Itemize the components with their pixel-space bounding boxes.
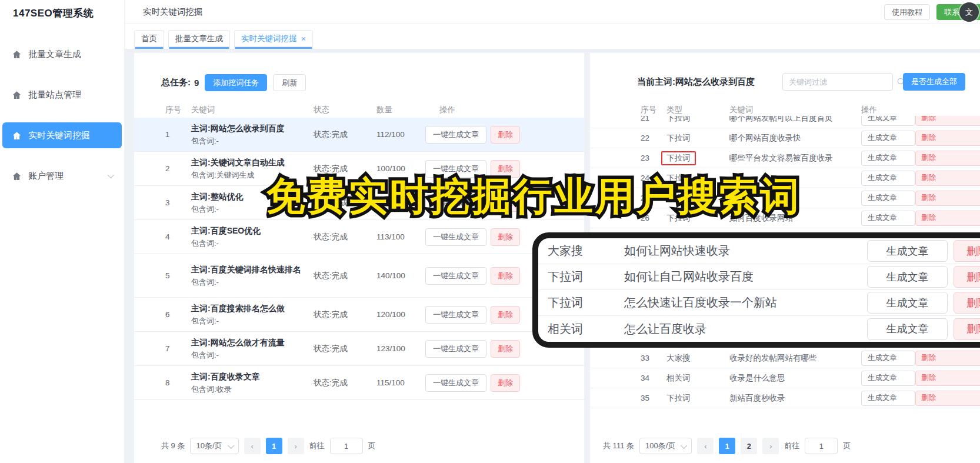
generate-article-button[interactable]: 生成文章 — [867, 240, 948, 262]
keyword-row[interactable]: 33大家搜收录好的发帖网站有哪些生成文章删除 — [590, 348, 980, 368]
delete-cell: 删除 — [915, 351, 980, 366]
keyword-row[interactable]: 34相关词收录是什么意思生成文章删除 — [590, 368, 980, 388]
delete-button[interactable]: 删除 — [915, 351, 980, 366]
tab-keyword-mining[interactable]: 实时关键词挖掘× — [234, 30, 313, 47]
delete-button[interactable]: 删除 — [915, 211, 980, 226]
delete-button[interactable]: 删除 — [491, 306, 520, 324]
sidebar-item-site-mgmt[interactable]: 批量站点管理 — [2, 82, 122, 108]
pager-prev[interactable]: ‹ — [697, 438, 714, 454]
generate-cell: 生成文章 — [861, 151, 915, 166]
delete-button[interactable]: 删除 — [915, 131, 980, 146]
generate-article-button[interactable]: 生成文章 — [861, 211, 915, 226]
delete-button[interactable]: 删除 — [954, 240, 980, 262]
generate-article-button[interactable]: 一键生成文章 — [425, 306, 486, 324]
generate-cell: 生成文章 — [861, 211, 915, 226]
generate-article-button[interactable]: 生成文章 — [861, 151, 915, 166]
task-include-words: 包含词:- — [191, 238, 308, 249]
refresh-button[interactable]: 刷新 — [273, 74, 306, 91]
generate-article-button[interactable]: 生成文章 — [867, 318, 948, 340]
generate-article-button[interactable]: 一键生成文章 — [425, 228, 486, 246]
generate-article-button[interactable]: 生成文章 — [861, 371, 915, 386]
delete-button[interactable]: 删除 — [915, 116, 980, 126]
delete-button[interactable]: 删除 — [491, 340, 520, 358]
keywords-table-header: 序号类型关键词操作 — [590, 105, 980, 115]
generate-article-button[interactable]: 生成文章 — [861, 351, 915, 366]
task-row[interactable]: 1主词:网站怎么收录到百度包含词:-状态:完成112/100一键生成文章删除 — [134, 118, 584, 152]
delete-button[interactable]: 删除 — [915, 191, 980, 206]
pager-page-1[interactable]: 1 — [266, 438, 282, 454]
delete-cell: 删除 — [915, 191, 980, 206]
delete-button[interactable]: 删除 — [954, 266, 980, 288]
task-include-words: 包含词:- — [191, 136, 308, 146]
task-include-words: 包含词:收录 — [191, 384, 308, 395]
pager-page-1[interactable]: 1 — [719, 438, 735, 454]
delete-button[interactable]: 删除 — [915, 171, 980, 186]
delete-cell: 删除 — [915, 371, 980, 386]
generate-article-button[interactable]: 生成文章 — [861, 191, 915, 206]
task-status: 状态:完成 — [314, 378, 376, 388]
keyword-row[interactable]: 23下拉词哪些平台发文容易被百度收录生成文章删除 — [590, 148, 980, 168]
generate-cell: 生成文章 — [861, 391, 915, 406]
tab-article-gen[interactable]: 批量文章生成 — [168, 30, 230, 47]
task-row[interactable]: 5主词:百度关键词排名快速排名包含词:-状态:完成140/100一键生成文章删除 — [134, 254, 584, 298]
add-task-button[interactable]: 添加挖词任务 — [205, 74, 267, 91]
delete-button[interactable]: 删除 — [915, 391, 980, 406]
keyword-type-cell: 下拉词 — [666, 116, 729, 124]
task-row[interactable]: 7主词:网站怎么做才有流量包含词:-状态:完成123/100一键生成文章删除 — [134, 332, 584, 366]
delete-button[interactable]: 删除 — [491, 267, 520, 285]
page-size-select[interactable]: 100条/页 — [639, 438, 692, 454]
task-main-keyword: 主词:百度搜索排名怎么做 — [191, 302, 308, 314]
generate-article-button[interactable]: 生成文章 — [861, 171, 915, 186]
generate-article-button[interactable]: 生成文章 — [861, 391, 915, 406]
close-icon[interactable]: × — [301, 34, 306, 43]
goto-page-input[interactable] — [330, 438, 363, 454]
generate-article-button[interactable]: 一键生成文章 — [425, 340, 486, 358]
delete-button[interactable]: 删除 — [491, 374, 520, 392]
row-number: 35 — [641, 394, 666, 402]
pager-next[interactable]: › — [762, 438, 779, 454]
generate-article-button[interactable]: 一键生成文章 — [425, 374, 486, 392]
goto-label: 前往 — [784, 441, 799, 451]
keyword-row[interactable]: 35下拉词新站百度秒收录生成文章删除 — [590, 388, 980, 408]
pager-prev[interactable]: ‹ — [244, 438, 261, 454]
keyword-row[interactable]: 22下拉词哪个网站百度收录快生成文章删除 — [590, 128, 980, 148]
tab-home[interactable]: 首页 — [134, 30, 164, 47]
generate-article-button[interactable]: 一键生成文章 — [425, 267, 486, 285]
delete-button[interactable]: 删除 — [491, 228, 520, 246]
column-header: 操作 — [439, 105, 584, 115]
task-status: 状态:完成 — [314, 344, 376, 354]
goto-page-input[interactable] — [805, 438, 838, 454]
sidebar-item-account[interactable]: 账户管理 — [2, 163, 122, 189]
delete-cell: 删除 — [915, 116, 980, 126]
generate-article-button[interactable]: 一键生成文章 — [425, 126, 486, 144]
delete-button[interactable]: 删除 — [915, 151, 980, 166]
pager-next[interactable]: › — [288, 438, 304, 454]
keyword-filter-input[interactable] — [783, 78, 897, 86]
delete-button[interactable]: 删除 — [954, 318, 980, 340]
keyword-text: 哪个网站发帖可以上百度首页 — [729, 116, 861, 124]
keyword-type-cell: 下拉词 — [666, 133, 729, 144]
pager-page-2[interactable]: 2 — [741, 438, 757, 454]
delete-button[interactable]: 删除 — [915, 371, 980, 386]
task-row[interactable]: 6主词:百度搜索排名怎么做包含词:-状态:完成120/100一键生成文章删除 — [134, 298, 584, 332]
generate-article-button[interactable]: 生成文章 — [861, 131, 915, 146]
row-number: 8 — [165, 378, 191, 387]
sidebar-item-keyword-mining[interactable]: 实时关键词挖掘 — [2, 122, 122, 148]
translate-extension-icon[interactable]: 文 — [959, 2, 979, 22]
tutorial-button[interactable]: 使用教程 — [884, 4, 930, 20]
page-size-select[interactable]: 10条/页 — [190, 438, 238, 454]
generate-article-button[interactable]: 生成文章 — [861, 116, 915, 126]
keyword-filter — [782, 73, 893, 91]
task-row[interactable]: 4主词:百度SEO优化包含词:-状态:完成113/100一键生成文章删除 — [134, 220, 584, 254]
delete-button[interactable]: 删除 — [954, 292, 980, 314]
task-row[interactable]: 8主词:百度收录文章包含词:收录状态:完成115/100一键生成文章删除 — [134, 366, 584, 400]
keyword-type-cell: 大家搜 — [666, 353, 729, 364]
chevron-down-icon — [228, 442, 234, 449]
current-keyword-title: 当前主词:网站怎么收录到百度 — [637, 76, 755, 88]
generate-all-button[interactable]: 是否生成全部 — [903, 73, 965, 91]
generate-article-button[interactable]: 生成文章 — [867, 266, 948, 288]
generate-article-button[interactable]: 生成文章 — [867, 292, 948, 314]
delete-button[interactable]: 删除 — [491, 126, 520, 144]
sidebar-item-article-gen[interactable]: 批量文章生成 — [2, 41, 122, 67]
keyword-row[interactable]: 21下拉词哪个网站发帖可以上百度首页生成文章删除 — [590, 116, 980, 128]
